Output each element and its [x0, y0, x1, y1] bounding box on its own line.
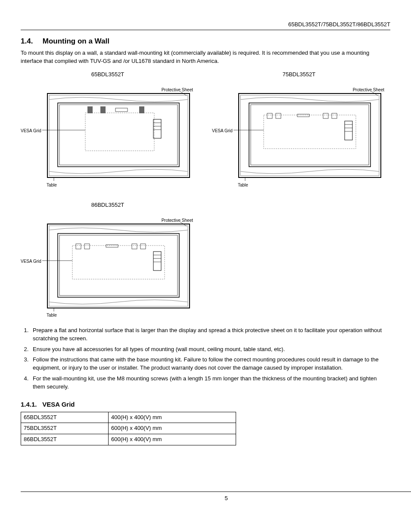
- svg-rect-43: [84, 244, 90, 249]
- svg-rect-29: [297, 114, 309, 117]
- page-number: 5: [224, 495, 227, 501]
- svg-rect-20: [264, 115, 356, 149]
- diagram-title: 75BDL3552T: [212, 71, 386, 79]
- table-label: Table: [47, 182, 57, 189]
- diagram-75: 75BDL3552T Protective Sheet VESA Grid Ta…: [212, 70, 386, 188]
- protective-sheet-label: Protective Sheet: [162, 218, 193, 224]
- steps-list: Prepare a flat and horizontal surface th…: [21, 327, 390, 391]
- vesa-grid-label: VESA Grid: [212, 128, 233, 134]
- table-cell-grid: 400(H) x 400(V) mm: [108, 412, 236, 423]
- diagram-title: 86BDL3552T: [21, 201, 195, 209]
- mounting-diagram-icon: [21, 211, 195, 314]
- diagram-65: 65BDL3552T Protective Sheet VESA Grid Ta…: [21, 70, 195, 188]
- section-intro: To mount this display on a wall, a stand…: [21, 49, 390, 65]
- table-label: Table: [47, 312, 57, 319]
- table-cell-model: 86BDL3552T: [21, 434, 109, 445]
- svg-rect-37: [72, 246, 165, 279]
- svg-rect-4: [85, 113, 154, 151]
- svg-rect-44: [132, 244, 137, 249]
- section-heading: 1.4. Mounting on a Wall: [21, 36, 390, 47]
- svg-rect-11: [139, 106, 144, 113]
- list-item: For the wall-mounting kit, use the M8 mo…: [30, 375, 390, 391]
- table-row: 65BDL3552T 400(H) x 400(V) mm: [21, 412, 236, 423]
- table-cell-grid: 600(H) x 400(V) mm: [108, 423, 236, 434]
- svg-rect-28: [332, 113, 337, 118]
- svg-rect-9: [87, 106, 93, 113]
- subsection-title: VESA Grid: [42, 401, 75, 408]
- svg-rect-19: [251, 105, 369, 165]
- vesa-grid-table: 65BDL3552T 400(H) x 400(V) mm 75BDL3552T…: [21, 412, 236, 446]
- table-row: 75BDL3552T 600(H) x 400(V) mm: [21, 423, 236, 434]
- svg-rect-12: [115, 108, 128, 112]
- svg-rect-1: [49, 95, 188, 176]
- svg-rect-42: [76, 244, 81, 249]
- svg-rect-38: [153, 252, 161, 271]
- table-cell-model: 75BDL3552T: [21, 423, 109, 434]
- diagram-86: 86BDL3552T Protective Sheet VESA Grid Ta…: [21, 200, 195, 319]
- svg-rect-46: [106, 245, 118, 247]
- mounting-diagram-icon: [21, 81, 195, 184]
- table-cell-grid: 600(H) x 400(V) mm: [108, 434, 236, 445]
- protective-sheet-label: Protective Sheet: [162, 87, 193, 93]
- svg-rect-36: [59, 235, 177, 296]
- svg-rect-26: [276, 113, 281, 118]
- svg-rect-10: [100, 106, 106, 113]
- vesa-grid-label: VESA Grid: [21, 128, 41, 134]
- section-title: Mounting on a Wall: [43, 37, 109, 45]
- svg-rect-34: [49, 226, 188, 306]
- subsection-number: 1.4.1.: [21, 400, 40, 409]
- page-footer: 5: [21, 492, 411, 503]
- vesa-grid-label: VESA Grid: [21, 258, 41, 265]
- list-item: Follow the instructions that came with t…: [30, 356, 390, 372]
- table-row: 86BDL3552T 600(H) x 400(V) mm: [21, 434, 236, 445]
- protective-sheet-label: Protective Sheet: [353, 87, 384, 93]
- diagram-grid: 65BDL3552T Protective Sheet VESA Grid Ta…: [21, 70, 390, 319]
- list-item: Prepare a flat and horizontal surface th…: [30, 327, 390, 343]
- table-cell-model: 65BDL3552T: [21, 412, 109, 423]
- svg-rect-27: [323, 113, 328, 118]
- mounting-diagram-icon: [212, 81, 386, 184]
- diagram-title: 65BDL3552T: [21, 71, 195, 79]
- svg-rect-3: [59, 105, 177, 165]
- subsection-heading: 1.4.1. VESA Grid: [21, 400, 390, 409]
- table-label: Table: [238, 182, 248, 189]
- svg-rect-45: [140, 244, 146, 249]
- header-models: 65BDL3552T/75BDL3552T/86BDL3552T: [21, 21, 390, 30]
- svg-rect-21: [345, 121, 352, 140]
- svg-rect-17: [240, 95, 379, 176]
- svg-rect-5: [153, 119, 161, 138]
- section-number: 1.4.: [21, 36, 40, 47]
- list-item: Ensure you have all accessories for all …: [30, 345, 390, 354]
- svg-rect-25: [267, 113, 272, 118]
